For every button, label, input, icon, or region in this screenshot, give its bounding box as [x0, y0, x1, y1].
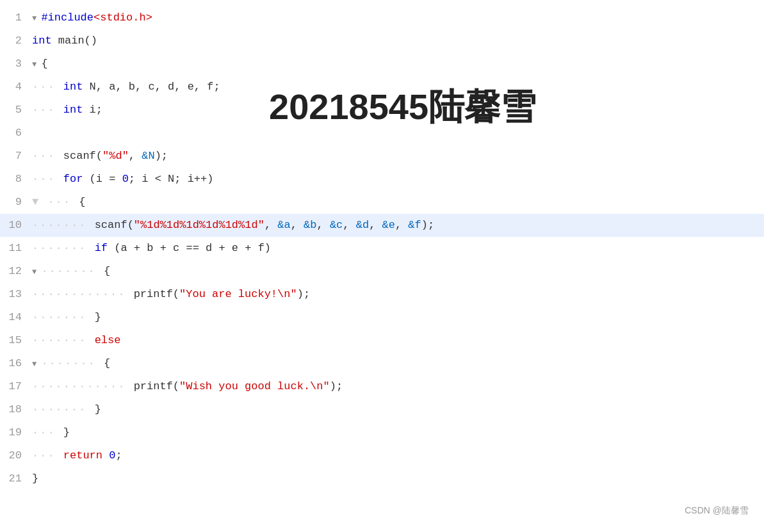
- code-line: 5··· int i;: [0, 99, 764, 122]
- line-number: 7: [0, 145, 32, 168]
- line-content: ··· scanf("%d", &N);: [32, 145, 764, 168]
- line-content: ············ printf("Wish you good luck.…: [32, 375, 764, 398]
- line-number: 18: [0, 398, 32, 421]
- code-line: 8··· for (i = 0; i < N; i++): [0, 168, 764, 191]
- line-number: 1: [0, 6, 32, 29]
- line-number: 2: [0, 29, 32, 52]
- line-content: ▼ ······· {: [32, 352, 764, 376]
- code-line: 17············ printf("Wish you good luc…: [0, 375, 764, 398]
- code-line: 10······· scanf("%1d%1d%1d%1d%1d%1d", &a…: [0, 214, 764, 237]
- code-line: 19··· }: [0, 421, 764, 444]
- line-content: ······· else: [32, 329, 764, 352]
- code-container: 1▼ #include<stdio.h>2int main()3▼ {4··· …: [0, 0, 764, 532]
- line-content: ············ printf("You are lucky!\n");: [32, 283, 764, 306]
- line-content: ··· int i;: [32, 99, 764, 122]
- code-line: 13············ printf("You are lucky!\n"…: [0, 283, 764, 306]
- line-number: 12: [0, 260, 32, 283]
- code-line: 4··· int N, a, b, c, d, e, f;: [0, 76, 764, 99]
- code-line: 11······· if (a + b + c == d + e + f): [0, 237, 764, 260]
- line-number: 3: [0, 52, 32, 76]
- code-line: 6: [0, 122, 764, 145]
- line-content: ······· scanf("%1d%1d%1d%1d%1d%1d", &a, …: [32, 214, 764, 237]
- code-line: 2int main(): [0, 29, 764, 52]
- line-number: 9: [0, 191, 32, 214]
- line-content: ▼ #include<stdio.h>: [32, 6, 764, 30]
- code-line: 3▼ {: [0, 52, 764, 76]
- line-content: ··· int N, a, b, c, d, e, f;: [32, 76, 764, 99]
- line-number: 21: [0, 467, 32, 490]
- code-line: 9▼ ··· {: [0, 191, 764, 214]
- line-number: 11: [0, 237, 32, 260]
- code-line: 7··· scanf("%d", &N);: [0, 145, 764, 168]
- line-content: ··· for (i = 0; i < N; i++): [32, 168, 764, 191]
- line-number: 15: [0, 329, 32, 352]
- code-line: 20··· return 0;: [0, 444, 764, 467]
- line-number: 5: [0, 99, 32, 122]
- line-number: 8: [0, 168, 32, 191]
- code-line: 14······· }: [0, 306, 764, 329]
- line-content: int main(): [32, 29, 764, 52]
- line-content: ▼ {: [32, 52, 764, 76]
- line-content: ······· if (a + b + c == d + e + f): [32, 237, 764, 260]
- line-content: ··· }: [32, 421, 764, 444]
- line-number: 10: [0, 214, 32, 237]
- code-line: 12▼ ······· {: [0, 260, 764, 283]
- code-line: 1▼ #include<stdio.h>: [0, 6, 764, 29]
- line-content: [32, 122, 764, 145]
- line-content: ▼ ······· {: [32, 260, 764, 284]
- line-number: 6: [0, 122, 32, 145]
- code-line: 21}: [0, 467, 764, 490]
- line-content: ······· }: [32, 398, 764, 421]
- code-line: 16▼ ······· {: [0, 352, 764, 375]
- csdn-badge: CSDN @陆馨雪: [685, 505, 749, 517]
- line-content: }: [32, 467, 764, 490]
- code-lines: 1▼ #include<stdio.h>2int main()3▼ {4··· …: [0, 6, 764, 490]
- line-number: 4: [0, 76, 32, 99]
- line-number: 16: [0, 352, 32, 375]
- line-number: 14: [0, 306, 32, 329]
- line-number: 20: [0, 444, 32, 467]
- line-content: ··· return 0;: [32, 444, 764, 467]
- line-number: 19: [0, 421, 32, 444]
- code-line: 18······· }: [0, 398, 764, 421]
- line-content: ▼ ··· {: [32, 191, 764, 214]
- line-content: ······· }: [32, 306, 764, 329]
- line-number: 17: [0, 375, 32, 398]
- code-line: 15······· else: [0, 329, 764, 352]
- line-number: 13: [0, 283, 32, 306]
